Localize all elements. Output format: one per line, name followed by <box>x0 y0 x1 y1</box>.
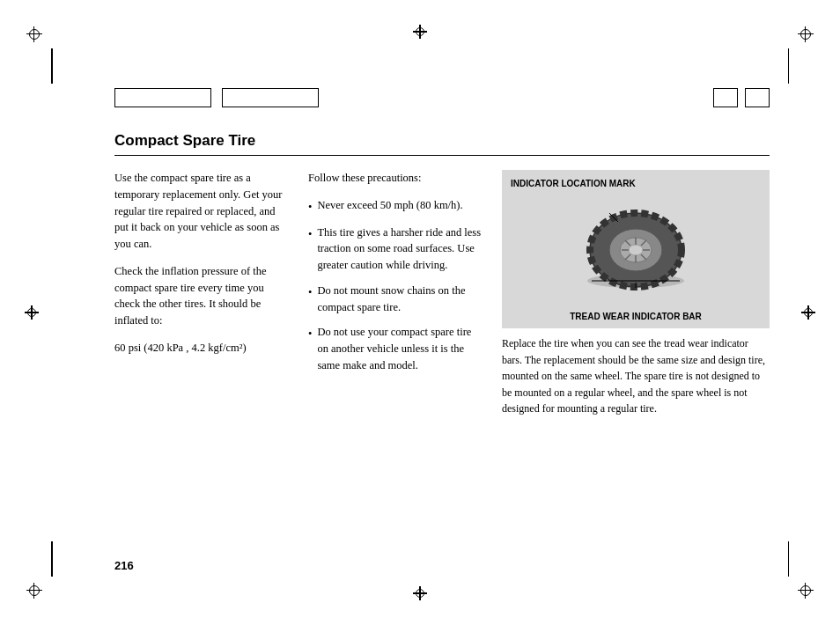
left-column: Use the compact spare tire as a temporar… <box>114 170 291 417</box>
content-area: Compact Spare Tire Use the compact spare… <box>114 132 770 537</box>
bullet-item-2: • This tire gives a harsher ride and les… <box>308 224 484 274</box>
left-sidebar-line <box>51 48 53 84</box>
indicator-location-label: INDICATOR LOCATION MARK <box>511 177 761 190</box>
tire-diagram: INDICATOR LOCATION MARK <box>502 170 770 328</box>
bullet-text-4: Do not use your compact spare tire on an… <box>317 324 484 373</box>
small-rect-2 <box>745 88 770 107</box>
three-col-layout: Use the compact spare tire as a temporar… <box>114 170 770 417</box>
header-rect-2 <box>222 88 319 107</box>
header-rect-1 <box>114 88 211 107</box>
bottom-center-crosshair <box>413 586 427 600</box>
bullet-item-1: • Never exceed 50 mph (80 km/h). <box>308 197 484 216</box>
bullet-dot-2: • <box>308 226 312 274</box>
right-description: Replace the tire when you can see the tr… <box>502 335 770 417</box>
right-mid-crosshair <box>801 305 815 320</box>
page-number: 216 <box>114 559 134 572</box>
tire-illustration <box>565 197 706 303</box>
page-title: Compact Spare Tire <box>114 132 770 150</box>
right-column: INDICATOR LOCATION MARK <box>502 170 770 417</box>
bullet-item-4: • Do not use your compact spare tire on … <box>308 324 484 373</box>
corner-mark-tr <box>798 26 814 42</box>
left-pressure: 60 psi (420 kPa , 4.2 kgf/cm²) <box>114 340 291 357</box>
top-center-crosshair <box>413 25 427 39</box>
corner-mark-tl <box>26 26 42 42</box>
right-sidebar-line <box>788 48 790 84</box>
tire-image-container <box>511 194 761 306</box>
corner-mark-bl <box>26 583 42 599</box>
bullet-dot-1: • <box>308 199 312 216</box>
tread-wear-label: TREAD WEAR INDICATOR BAR <box>511 310 761 323</box>
left-mid-crosshair <box>25 305 39 320</box>
bullet-item-3: • Do not mount snow chains on the compac… <box>308 283 484 316</box>
bullet-text-2: This tire gives a harsher ride and less … <box>317 224 484 274</box>
bullet-dot-3: • <box>308 284 312 316</box>
left-para-1: Use the compact spare tire as a temporar… <box>114 170 291 253</box>
title-rule <box>114 155 770 156</box>
svg-point-4 <box>629 245 643 255</box>
bottom-left-line <box>51 541 53 577</box>
corner-mark-br <box>798 583 814 599</box>
small-rect-1 <box>713 88 738 107</box>
bullet-text-1: Never exceed 50 mph (80 km/h). <box>317 197 462 216</box>
bottom-right-line <box>788 541 790 577</box>
middle-intro: Follow these precautions: <box>308 170 484 187</box>
bullet-text-3: Do not mount snow chains on the compact … <box>317 283 484 316</box>
bullet-dot-4: • <box>308 326 312 373</box>
page: Compact Spare Tire Use the compact spare… <box>0 0 840 625</box>
left-para-2: Check the inflation pressure of the comp… <box>114 263 291 329</box>
header-rects <box>114 88 319 107</box>
middle-column: Follow these precautions: • Never exceed… <box>308 170 484 417</box>
top-right-rects <box>713 88 770 107</box>
